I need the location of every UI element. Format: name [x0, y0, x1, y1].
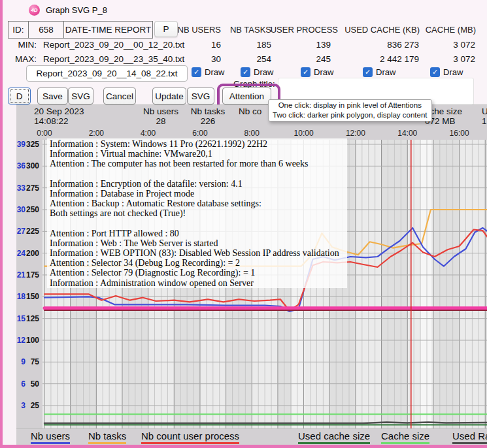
x-tick-label: 6:00: [186, 129, 214, 138]
tooltip-line-1: One click: display in pink level of Atte…: [273, 101, 428, 110]
y-tick-primary: 325: [22, 140, 39, 149]
stat-value: 3 072: [397, 54, 475, 64]
graph-header-cell-label: U: [482, 107, 487, 117]
id-value-field[interactable]: 658: [28, 22, 63, 38]
update-button[interactable]: Update: [152, 88, 186, 104]
graph-header-cell-label: Nb tasks: [178, 107, 237, 117]
graph-widget[interactable]: 20 Sep 2023 14:08:22 Nb users28Nb tasks2…: [16, 104, 487, 445]
column-header: USER PROCESS: [246, 25, 338, 35]
annotation-line: Attention : Port HTTP allowed : 80: [50, 229, 347, 238]
checkbox-checked-icon[interactable]: ✓: [241, 67, 250, 77]
x-tick-label: 10:00: [290, 129, 318, 138]
y-tick-primary: 100: [22, 336, 39, 345]
draw-checkbox-label: Draw: [376, 67, 395, 77]
y-tick-primary: 150: [22, 292, 39, 301]
checkbox-checked-icon[interactable]: ✓: [430, 67, 440, 77]
draw-checkbox[interactable]: ✓Draw: [363, 67, 395, 77]
graph-header-cell-value: 1: [482, 117, 487, 127]
graph-header-cell: Nb tasks226: [178, 107, 237, 126]
graph-header-cell-label: Nb co: [239, 107, 261, 117]
y-tick-primary: 175: [22, 270, 39, 280]
attention-annotations-overlay: Information : System: Windows 11 Pro (22…: [47, 138, 347, 288]
report-file-input[interactable]: Report_2023_09_20__14_08_22.txt: [26, 65, 188, 82]
app-window: 4D Graph SVG P_8 ID: 658 DATE-TIME REPOR…: [0, 0, 487, 448]
legend-item[interactable]: Used cache size: [298, 430, 370, 444]
save-button[interactable]: Save: [37, 88, 68, 104]
toolbar-form: ID: 658 DATE-TIME REPORT P NB USERSNB TA…: [3, 20, 487, 104]
draw-checkbox-label: Draw: [254, 67, 273, 77]
series-used-ra: [44, 423, 487, 423]
annotation-line: Attention : Selector 34 (Debug Log Recor…: [50, 258, 347, 268]
x-tick-label: 14:00: [393, 129, 422, 138]
legend-item[interactable]: Nb tasks: [88, 430, 126, 444]
column-header: CACHE (MB): [384, 25, 476, 35]
titlebar[interactable]: 4D Graph SVG P_8: [3, 0, 487, 20]
checkbox-checked-icon[interactable]: ✓: [192, 67, 201, 77]
y-tick-primary: 250: [22, 205, 39, 214]
y-tick-primary: 200: [22, 249, 39, 258]
x-tick-label: 2:00: [82, 129, 110, 138]
annotation-line: Information : System: Windows 11 Pro (22…: [50, 139, 347, 149]
max-label: MAX:: [8, 54, 37, 64]
app-icon-text: 4D: [31, 7, 37, 13]
report-file-value: Report_2023_09_20__14_08_22.txt: [36, 69, 177, 78]
x-tick-label: 8:00: [237, 129, 266, 138]
draw-checkbox-label: Draw: [443, 67, 463, 77]
y-tick-primary: 125: [22, 314, 39, 323]
graph-header-cell-value: 226: [178, 117, 237, 127]
checkbox-checked-icon[interactable]: ✓: [363, 67, 373, 77]
annotation-line: Information : Administration window open…: [50, 278, 347, 288]
y-tick-primary: 75: [22, 357, 39, 366]
draw-checkbox-label: Draw: [205, 67, 224, 77]
annotation-line: Information : WEB OPTION (83): Disabled …: [50, 248, 347, 258]
app-icon: 4D: [29, 5, 40, 16]
y-tick-primary: 50: [22, 379, 39, 389]
y-tick-primary: 25: [22, 401, 39, 410]
id-label: ID:: [8, 22, 28, 38]
legend-item[interactable]: Nb count user process: [141, 430, 239, 444]
checkbox-checked-icon[interactable]: ✓: [301, 67, 311, 77]
y-tick-primary: 225: [22, 227, 39, 236]
attention-button[interactable]: Attention: [222, 88, 271, 104]
y-tick-primary: 275: [22, 184, 39, 193]
min-label: MIN:: [8, 40, 37, 50]
annotation-line: [50, 219, 347, 229]
annotation-line: Attention : The computer has not been re…: [50, 159, 347, 168]
x-tick-label: 4:00: [134, 129, 163, 138]
annotation-line: [50, 169, 347, 179]
graph-header-datetime: 20 Sep 2023 14:08:22: [34, 107, 84, 126]
stat-value: 245: [252, 54, 331, 64]
legend-item[interactable]: Cache size: [381, 430, 429, 444]
draw-checkbox[interactable]: ✓Draw: [301, 67, 333, 77]
graph-header-cell: U1: [482, 107, 487, 126]
x-tick-label: 16:00: [445, 129, 474, 138]
graph-header-cell: Nb co: [239, 107, 261, 126]
tooltip-line-2: Two click: darker pink polygon, display …: [273, 110, 428, 120]
legend-item[interactable]: Nb users: [31, 430, 70, 444]
stat-value: 139: [252, 40, 331, 50]
draw-checkbox[interactable]: ✓Draw: [192, 67, 224, 77]
annotation-line: Information : Database in Project mode: [50, 189, 347, 199]
cancel-button[interactable]: Cancel: [103, 88, 136, 104]
annotation-line: Attention : Backup : Automatic Restore d…: [50, 199, 347, 208]
window-title: Graph SVG P_8: [46, 5, 107, 15]
annotation-line: Information : Web : The Web Server is st…: [50, 238, 347, 248]
graph-header-time: 14:08:22: [34, 117, 84, 127]
legend-bar: Nb usersNb tasksNb count user processUse…: [16, 428, 487, 446]
draw-checkbox[interactable]: ✓Draw: [430, 67, 463, 77]
d-button[interactable]: D: [8, 88, 31, 104]
annotation-line: Information : Virtual machine: VMware20,…: [50, 149, 347, 159]
attention-tooltip: One click: display in pink level of Atte…: [268, 99, 432, 121]
annotation-line: Both settings are not checked (True)!: [50, 208, 347, 218]
legend-item[interactable]: Used Ra: [452, 430, 487, 444]
x-tick-label: 0:00: [30, 129, 59, 138]
y-tick-primary: 300: [22, 161, 39, 170]
draw-checkbox-label: Draw: [314, 67, 333, 77]
draw-checkbox[interactable]: ✓Draw: [241, 67, 273, 77]
annotation-line: Attention : Selector 79 (Diagnostic Log …: [50, 268, 347, 278]
x-tick-label: 12:00: [341, 129, 370, 138]
stat-value: 3 072: [397, 40, 475, 50]
window-border-bottom: [0, 445, 487, 448]
graph-header-cell-value: [239, 117, 261, 127]
graph-header-date: 20 Sep 2023: [34, 107, 84, 117]
